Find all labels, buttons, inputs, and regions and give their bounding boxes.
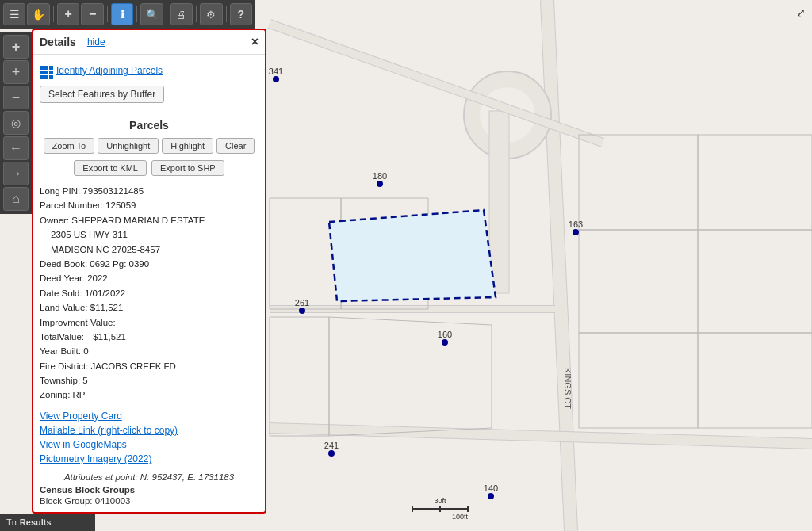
export-buttons-row: Export to KML Export to SHP (40, 160, 259, 176)
export-kml-btn[interactable]: Export to KML (74, 160, 147, 176)
address1-row: 2305 US HWY 311 (40, 227, 259, 242)
owner-row: Owner: SHEPPARD MARIAN D ESTATE (40, 213, 259, 227)
search-tool-btn[interactable]: 🔍 (140, 3, 163, 25)
toolbar-separator-5 (196, 6, 197, 22)
svg-text:100ft: 100ft (452, 513, 469, 521)
svg-text:261: 261 (295, 298, 309, 308)
view-property-card-link[interactable]: View Property Card (40, 411, 259, 422)
settings-btn[interactable]: ⚙ (200, 3, 222, 25)
zoom-to-btn[interactable]: Zoom To (44, 138, 95, 154)
zoning-row: Zoning: RP (40, 388, 259, 402)
compass-btn[interactable]: ◎ (3, 111, 29, 135)
svg-text:KINGS CT: KINGS CT (563, 368, 573, 409)
svg-point-24 (573, 229, 579, 235)
land-value-row: Land Value: $11,521 (40, 300, 259, 315)
identify-adjoining-link[interactable]: Identify Adjoining Parcels (56, 65, 163, 76)
improvement-row: Improvment Value: (40, 315, 259, 330)
svg-text:30ft: 30ft (434, 497, 446, 505)
parcel-number-row: Parcel Number: 125059 (40, 198, 259, 212)
forward-btn[interactable]: → (3, 162, 29, 185)
zoom-in-side-btn[interactable]: + (3, 60, 29, 84)
pictometry-link[interactable]: Pictometry Imagery (2022) (40, 453, 259, 464)
panel-hide-link[interactable]: hide (87, 36, 105, 48)
buffer-btn[interactable]: Select Features by Buffer (40, 86, 164, 103)
panel-header: Details hide × (33, 30, 265, 55)
address2-row: MADISON NC 27025-8457 (40, 243, 259, 257)
svg-point-27 (328, 450, 335, 457)
deed-book-row: Deed Book: 0692 Pg: 0390 (40, 257, 259, 271)
svg-point-28 (488, 493, 494, 499)
left-tools: + + − ◎ ← → ⌂ (0, 32, 32, 214)
attributes-section: Attributes at point: N: 952437, E: 17311… (40, 472, 259, 506)
add-layer-btn[interactable]: + (3, 35, 29, 59)
block-group-row: Block Group: 0410003 (40, 496, 259, 506)
export-shp-btn[interactable]: Export to SHP (151, 160, 224, 176)
home-btn[interactable]: ⌂ (3, 187, 29, 211)
deed-year-row: Deed Year: 2022 (40, 271, 259, 285)
toolbar-separator-3 (136, 6, 137, 22)
panel-links: View Property Card Mailable Link (right-… (40, 411, 259, 464)
info-tool-btn[interactable]: ℹ (111, 3, 133, 25)
toolbar-separator-4 (167, 6, 167, 22)
date-sold-row: Date Sold: 1/01/2022 (40, 286, 259, 300)
svg-marker-22 (329, 210, 496, 301)
toolbar-separator-2 (107, 6, 108, 22)
pan-tool-btn[interactable]: ✋ (27, 3, 49, 25)
panel-body: Identify Adjoining Parcels Select Featur… (33, 55, 265, 512)
panel-title: Details (40, 36, 76, 48)
svg-point-23 (377, 181, 383, 187)
highlight-btn[interactable]: Highlight (162, 138, 213, 154)
parcel-data: Long PIN: 793503121485 Parcel Number: 12… (40, 184, 259, 403)
help-btn[interactable]: ? (230, 3, 252, 25)
svg-text:140: 140 (484, 483, 498, 493)
panel-close-btn[interactable]: × (251, 35, 259, 49)
unhighlight-btn[interactable]: Unhighlight (98, 138, 159, 154)
svg-text:341: 341 (269, 67, 283, 76)
back-btn[interactable]: ← (3, 136, 29, 160)
bottom-bar: Tn Results (0, 514, 95, 531)
parcels-section-title: Parcels (40, 119, 259, 132)
clear-btn[interactable]: Clear (216, 138, 255, 154)
zoom-out-side-btn[interactable]: − (3, 86, 29, 109)
census-title: Census Block Groups (40, 485, 259, 495)
results-tab[interactable]: Results (20, 518, 52, 527)
google-maps-link[interactable]: View in GoogleMaps (40, 439, 259, 450)
toolbar: ☰ ✋ + − ℹ 🔍 🖨 ⚙ ? (0, 0, 255, 29)
svg-text:160: 160 (438, 330, 452, 339)
select-tool-btn[interactable]: ☰ (3, 3, 25, 25)
svg-text:241: 241 (324, 441, 339, 450)
expand-icon[interactable]: ⤢ (796, 6, 806, 19)
year-built-row: Year Built: 0 (40, 344, 259, 358)
print-btn[interactable]: 🖨 (170, 3, 193, 25)
toolbar-separator-1 (53, 6, 54, 22)
svg-text:180: 180 (373, 171, 387, 181)
svg-point-25 (299, 308, 305, 314)
identify-section: Identify Adjoining Parcels (40, 61, 259, 79)
fire-district-row: Fire District: JACOBS CREEK FD (40, 359, 259, 373)
details-panel: Details hide × Identify Adjoining Parcel… (32, 29, 266, 514)
zoom-out-btn[interactable]: − (81, 3, 103, 25)
bottom-prefix: Tn (6, 518, 17, 527)
mailable-link[interactable]: Mailable Link (right-click to copy) (40, 425, 259, 436)
grid-icon (40, 61, 53, 79)
toolbar-separator-6 (226, 6, 227, 22)
svg-point-29 (273, 76, 279, 82)
svg-text:163: 163 (569, 220, 583, 229)
township-row: Township: 5 (40, 373, 259, 388)
attributes-title: Attributes at point: N: 952437, E: 17311… (40, 472, 259, 482)
action-buttons-row: Zoom To Unhighlight Highlight Clear (40, 138, 259, 154)
long-pin-row: Long PIN: 793503121485 (40, 184, 259, 198)
zoom-in-btn[interactable]: + (57, 3, 79, 25)
total-value-row: TotalValue: $11,521 (40, 330, 259, 344)
svg-point-26 (442, 339, 448, 346)
